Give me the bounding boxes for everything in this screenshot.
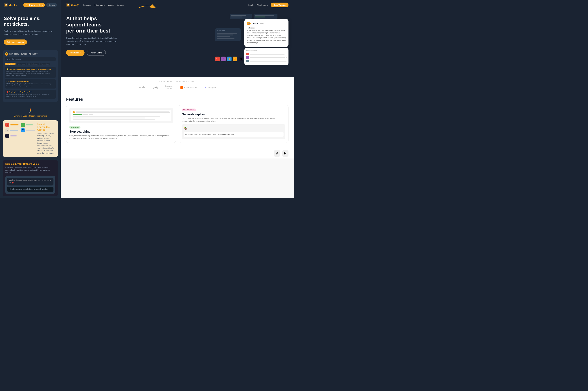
right-headline: AI that helps support teams perform thei… (66, 15, 208, 34)
right-nav: ducky Features Integrations About Career… (61, 0, 294, 10)
chat-tab-workmap[interactable]: Work Map (17, 63, 26, 65)
mb-line3 (255, 15, 274, 16)
mockup-tag-3 (89, 114, 93, 115)
ref-icon-2 (246, 56, 249, 59)
nav-features[interactable]: Features (83, 4, 91, 6)
app-icon-2: ✦ (21, 123, 25, 127)
reply-mockup-bubble: We are sorry to hear that you are having… (184, 132, 284, 137)
ref-meta-1: •• (286, 53, 287, 55)
feature-2-mockup: 🦆 We are sorry to hear that you are havi… (182, 124, 285, 139)
ref-item-3 (246, 60, 287, 62)
analysis-line-2 (217, 34, 233, 35)
chat-input-bar[interactable]: What's the problem? (5, 57, 56, 61)
left-panel: ducky Try Ducky for free Sign in Solve p… (0, 0, 61, 198)
bottom-int-notion: N (282, 150, 288, 157)
hero-buttons: Join Waitlist Watch Demo (66, 50, 208, 56)
issue-3-text: On JIRA-001 Simon messaged On Call. If a… (6, 93, 54, 97)
join-waitlist-nav-button[interactable]: Join Waitlist (271, 2, 288, 7)
mockup-bar-1 (230, 14, 252, 19)
app-row-3: # (5, 128, 19, 132)
app-bar-2 (26, 124, 33, 125)
mb-line (231, 15, 246, 16)
instant-knowledge-text: Instant Knowledge Access Say goodbye to … (37, 123, 55, 155)
left-headline: Solve problems, not tickets. (4, 16, 57, 27)
hero-join-waitlist-button[interactable]: Join Waitlist (66, 50, 85, 56)
login-button[interactable]: Log In (248, 4, 254, 6)
nav-integrations[interactable]: Integrations (95, 4, 105, 6)
nav-about[interactable]: About (108, 4, 114, 6)
reply-body: Thank you for letting us know about this… (247, 30, 286, 44)
ref-bar-2 (250, 57, 285, 58)
feature-2-badge: BRAND-VOICE (182, 108, 196, 111)
superpowers-text: Give your Support team superpowers (4, 115, 57, 117)
brand-bubble-1: Totally understand you're looking to can… (7, 178, 53, 186)
watch-demo-nav-button[interactable]: Watch Demo (256, 4, 268, 6)
reply-header: 🦆 Ducky Reply (247, 22, 286, 25)
mb-line4 (255, 16, 265, 17)
issue-1-tag: ⭐ Most common customer issue: unable to … (6, 68, 54, 70)
app-bar-3 (10, 130, 18, 131)
chat-tab-automation[interactable]: Automation (40, 63, 50, 65)
logo-airbyte: ✦ Airbyte (205, 86, 216, 89)
ref-meta-2: •• (286, 57, 287, 58)
ref-bar-3 (250, 61, 287, 62)
nav-links: Features Integrations About Careers (83, 4, 124, 6)
app-bar-1 (10, 124, 18, 125)
app-icon-notion: N (5, 134, 9, 138)
mockup-input-row (73, 111, 170, 113)
analysis-line-3 (217, 36, 230, 37)
mockup-line-1 (73, 116, 160, 117)
reply-mockup-text: 🦆 We are sorry to hear that you are havi… (184, 126, 284, 137)
features-grid: AI-DRIVEN Stop searching Ducky uses AI t… (66, 105, 288, 143)
superpowers-icon: 🏃 (4, 108, 57, 114)
issue-2-text: Matthew Hayes: Hey team, please be infor… (6, 83, 54, 87)
reply-mock-line1: We are sorry to hear that you are having… (185, 133, 282, 136)
ref-item-2: •• (246, 56, 287, 59)
brand-voice-chat: Totally understand you're looking to can… (5, 176, 55, 194)
feature-1-badge: AI-DRIVEN (69, 126, 81, 129)
chat-tab-similar[interactable]: Similar Issues (27, 63, 39, 65)
mockup-tags-row (73, 114, 170, 115)
reply-duck-icon: 🦆 (247, 22, 251, 25)
logo-scale: scale (139, 86, 145, 89)
left-nav-buttons: Try Ducky for free Sign in (23, 3, 57, 7)
svg-point-2 (6, 4, 7, 5)
chat-header: 🦆 I am ducky. How can I help you? (5, 52, 56, 56)
nav-careers[interactable]: Careers (117, 4, 124, 6)
chat-tab-suggestions[interactable]: Suggestions (5, 63, 16, 65)
feature-1-mockup (69, 108, 173, 123)
reply-text: Hi Connie, Thank you for letting us know… (247, 27, 286, 44)
app-bar-5 (10, 135, 17, 136)
feature-generate-replies: BRAND-VOICE Generate replies Ducky knows… (179, 105, 288, 143)
app-icons-grid: ▶ ✦ # Z N (5, 123, 35, 138)
chat-title: I am ducky. How can I help you? (9, 53, 37, 55)
left-description: Ducky leverages historical data with age… (4, 30, 57, 36)
join-early-button[interactable]: Join early access (4, 39, 27, 45)
mb-line2 (231, 16, 242, 17)
app-bar-4 (26, 130, 35, 131)
logo-lyft: Lyft (153, 86, 158, 89)
reply-mockup: 🦆 We are sorry to hear that you are havi… (182, 124, 285, 139)
references-card: REFERENCES •• •• (244, 48, 288, 65)
hero-watch-demo-button[interactable]: Watch Demo (87, 50, 106, 56)
feature-stop-searching: AI-DRIVEN Stop searching Ducky uses AI t… (66, 105, 176, 143)
brand-voice-card: Replies in Your Brand's Voice Ducky craf… (3, 160, 58, 196)
mockup-tag-1 (73, 114, 82, 115)
left-logo-text: ducky (9, 3, 17, 7)
brand-bubble-2: I'll make sure your cancellation is as s… (7, 187, 53, 192)
mockup-inner-1 (71, 110, 171, 121)
chat-avatar: 🦆 (5, 52, 8, 56)
app-icon-slack: # (5, 128, 9, 132)
chat-widget: 🦆 I am ducky. How can I help you? What's… (3, 50, 58, 102)
try-button[interactable]: Try Ducky for free (23, 3, 45, 7)
right-hero-section: ducky Features Integrations About Career… (61, 0, 294, 77)
mockup-bar-2 (253, 14, 277, 19)
left-nav: ducky Try Ducky for free Sign in (0, 0, 61, 10)
left-hero: Solve problems, not tickets. Ducky lever… (0, 10, 61, 48)
issue-1-text: Dear customer, We are sorry to hear that… (6, 71, 54, 77)
right-hero-text: AI that helps support teams perform thei… (66, 14, 208, 65)
features-title: Features (66, 97, 288, 102)
signin-button[interactable]: Sign in (46, 3, 57, 7)
chat-issue-2: # Payment-public-announcements Matthew H… (5, 79, 56, 88)
bottom-integrations: # N (61, 148, 294, 159)
